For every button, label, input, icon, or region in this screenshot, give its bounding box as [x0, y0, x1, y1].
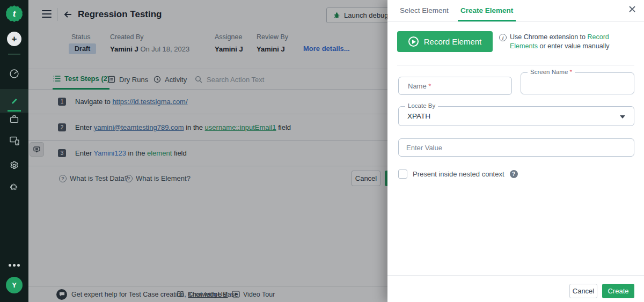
info-icon: i	[499, 34, 507, 41]
sidebar-item-settings[interactable]	[0, 153, 28, 177]
screen-name-label: Screen Name *	[528, 69, 575, 75]
sidebar-item-test-suites[interactable]	[0, 107, 28, 131]
chevron-down-icon	[620, 115, 625, 119]
screen-name-input[interactable]	[521, 73, 634, 94]
gear-icon	[9, 160, 19, 171]
testsigma-logo-icon[interactable]: t	[6, 5, 23, 22]
value-input[interactable]	[399, 139, 634, 156]
section-divider	[397, 65, 634, 66]
nested-context-row: Present inside nested context ?	[398, 170, 518, 179]
tab-select-element[interactable]: Select Element	[400, 6, 449, 14]
create-button[interactable]: Create	[602, 284, 634, 298]
locate-by-select[interactable]: Locate By XPATH	[398, 106, 634, 126]
tab-create-element[interactable]: Create Element	[460, 6, 513, 14]
help-circle-icon[interactable]: ?	[510, 170, 518, 178]
screen-name-field[interactable]: Screen Name *	[521, 72, 634, 94]
drawer-header: Select Element Create Element	[387, 0, 644, 22]
record-element-button[interactable]: Record Element	[397, 31, 493, 52]
dashboard-icon	[9, 69, 19, 79]
close-icon[interactable]	[628, 5, 636, 13]
record-info-text: Use Chrome extension to Record Elements …	[510, 33, 639, 51]
sidebar-item-addons[interactable]	[0, 176, 28, 200]
locate-by-label: Locate By	[405, 102, 438, 109]
briefcase-icon	[9, 114, 19, 124]
nested-context-label: Present inside nested context	[413, 170, 504, 178]
app-window: t +	[0, 0, 644, 302]
locate-by-value: XPATH	[407, 112, 430, 120]
pencil-edit-icon	[9, 96, 19, 106]
name-field[interactable]: Name *	[398, 77, 512, 95]
element-drawer: Select Element Create Element Record Ele…	[387, 0, 644, 302]
sidebar-divider	[8, 54, 20, 55]
cancel-button[interactable]: Cancel	[569, 284, 597, 298]
devices-icon	[9, 135, 20, 146]
value-field[interactable]	[398, 138, 634, 157]
puzzle-icon	[9, 182, 20, 193]
sidebar-item-dashboard[interactable]	[0, 62, 28, 85]
sidebar: t +	[0, 0, 28, 302]
modal-backdrop[interactable]	[28, 0, 387, 302]
name-field-label: Name *	[408, 82, 431, 90]
more-options-dots[interactable]	[0, 264, 28, 267]
user-avatar[interactable]: Y	[6, 277, 23, 293]
nested-context-checkbox[interactable]	[398, 170, 407, 179]
drawer-footer: Cancel Create	[387, 275, 644, 302]
sidebar-item-test-devices[interactable]	[0, 129, 28, 152]
create-new-button[interactable]: +	[7, 32, 21, 46]
play-icon	[408, 36, 419, 47]
active-tab-underline	[458, 20, 516, 21]
